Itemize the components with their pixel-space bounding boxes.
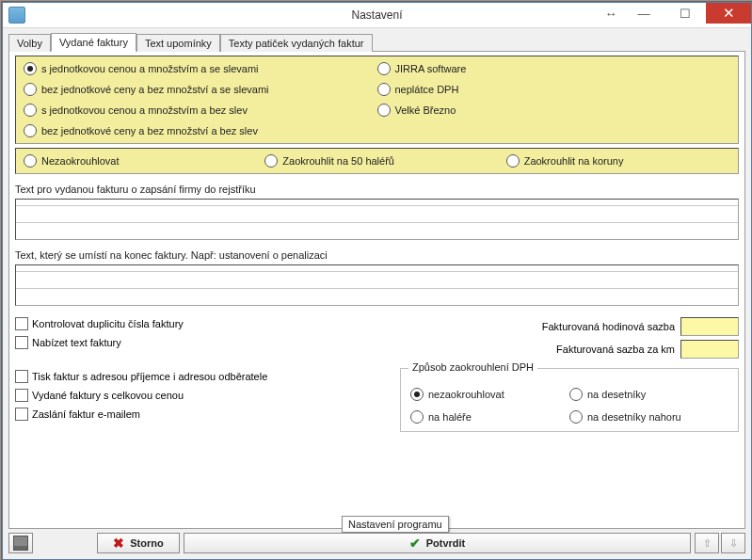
app-icon <box>8 7 25 24</box>
label-text1: Text pro vydanou fakturu o zapsání firmy… <box>15 184 739 195</box>
radio-format-c[interactable]: s jednotkovou cenou a množstvím a bez sl… <box>24 104 377 117</box>
checkbox-label: Zaslání faktur e-mailem <box>32 408 140 420</box>
radio-label: nezaokrouhlovat <box>428 389 504 400</box>
checkbox-column: Kontrolovat duplicitu čísla faktury Nabí… <box>15 317 373 432</box>
chk-dup[interactable]: Kontrolovat duplicitu čísla faktury <box>15 317 373 330</box>
window-buttons: ↔ — ☐ ✕ <box>599 3 751 24</box>
checkbox-label: Nabízet text faktury <box>32 337 121 348</box>
label-text2: Text, který se umístí na konec faktury. … <box>15 249 739 261</box>
tab-text-upominky[interactable]: Text upomínky <box>136 34 220 52</box>
radio-format-f[interactable]: neplátce DPH <box>377 83 731 96</box>
text2-input[interactable] <box>15 264 739 306</box>
checkbox-icon <box>15 336 28 349</box>
bottom-bar: ✖Storno ✔Potvrdit ⇧ ⇩ <box>8 533 745 553</box>
titlebar: Nastavení ↔ — ☐ ✕ <box>3 3 751 28</box>
radio-label: Nezaokrouhlovat <box>41 155 120 167</box>
rate-hour-row: Fakturovaná hodinová sazba <box>542 317 739 336</box>
checkbox-icon <box>15 408 28 421</box>
tab-vydane-faktury[interactable]: Vydané faktury <box>51 33 136 52</box>
radio-label: Velké Březno <box>395 104 456 116</box>
minimize-button[interactable]: — <box>623 3 664 24</box>
chk-email[interactable]: Zaslání faktur e-mailem <box>15 408 373 421</box>
radio-label: na haléře <box>428 411 472 423</box>
tab-page-vydane-faktury: s jednotkovou cenou a množstvím a se sle… <box>8 52 745 529</box>
tab-row: Volby Vydané faktury Text upomínky Texty… <box>8 30 745 52</box>
confirm-button[interactable]: ✔Potvrdit <box>184 533 691 553</box>
checkbox-icon <box>15 317 28 330</box>
settings-window: Nastavení ↔ — ☐ ✕ Volby Vydané faktury T… <box>2 2 752 560</box>
radio-label: s jednotkovou cenou a množstvím a se sle… <box>41 63 259 74</box>
radio-label: neplátce DPH <box>395 84 459 95</box>
dph-legend: Způsob zaokrouhlení DPH <box>408 361 537 373</box>
radio-format-g[interactable]: Velké Březno <box>377 104 731 117</box>
confirm-label: Potvrdit <box>426 537 466 549</box>
radio-label: Zaokrouhlit na 50 haléřů <box>282 155 394 167</box>
maximize-button[interactable]: ☐ <box>664 3 706 24</box>
radio-label: s jednotkovou cenou a množstvím a bez sl… <box>41 104 248 116</box>
checkbox-icon <box>15 389 28 402</box>
dph-groupbox: Způsob zaokrouhlení DPH nezaokrouhlovat … <box>400 368 739 432</box>
restore-size-icon[interactable]: ↔ <box>599 3 623 24</box>
checkbox-icon <box>15 370 28 383</box>
radio-round-none[interactable]: Nezaokrouhlovat <box>24 154 248 168</box>
radio-label: bez jednotkové ceny a bez množství a bez… <box>41 125 258 136</box>
radio-dph-c[interactable]: na haléře <box>410 410 569 424</box>
rounding-panel: Nezaokrouhlovat Zaokrouhlit na 50 haléřů… <box>15 148 739 174</box>
radio-label: Zaokrouhlit na koruny <box>524 155 624 167</box>
cancel-label: Storno <box>130 537 163 549</box>
close-button[interactable]: ✕ <box>706 3 751 24</box>
checkbox-label: Tisk faktur s adresou příjemce i adresou… <box>32 371 267 382</box>
arrow-down-icon: ⇩ <box>729 537 738 550</box>
radio-format-a[interactable]: s jednotkovou cenou a množstvím a se sle… <box>24 62 377 75</box>
cancel-button[interactable]: ✖Storno <box>97 533 180 553</box>
radio-dph-d[interactable]: na desetníky nahoru <box>569 410 728 424</box>
rate-km-row: Fakturovaná sazba za km <box>556 340 739 359</box>
text1-input[interactable] <box>15 199 739 240</box>
move-down-button[interactable]: ⇩ <box>721 533 745 553</box>
calculator-icon <box>13 536 28 551</box>
radio-round-kc[interactable]: Zaokrouhlit na koruny <box>506 154 730 168</box>
radio-label: na desetníky nahoru <box>587 411 681 423</box>
options-row: Kontrolovat duplicitu čísla faktury Nabí… <box>15 317 739 432</box>
radio-label: JIRRA software <box>395 63 467 74</box>
radio-round-50h[interactable]: Zaokrouhlit na 50 haléřů <box>264 154 488 168</box>
chk-print[interactable]: Tisk faktur s adresou příjemce i adresou… <box>15 370 373 383</box>
arrow-up-icon: ⇧ <box>703 537 712 550</box>
rate-hour-input[interactable] <box>680 317 739 336</box>
calculator-button[interactable] <box>8 533 33 553</box>
chk-offer[interactable]: Nabízet text faktury <box>15 336 373 349</box>
radio-label: na desetníky <box>587 389 646 400</box>
client-area: Volby Vydané faktury Text upomínky Texty… <box>8 28 745 529</box>
rate-km-label: Fakturovaná sazba za km <box>556 344 675 355</box>
radio-format-e[interactable]: JIRRA software <box>377 62 731 75</box>
radio-dph-a[interactable]: nezaokrouhlovat <box>410 388 569 401</box>
tab-volby[interactable]: Volby <box>8 34 51 52</box>
x-icon: ✖ <box>113 536 124 551</box>
checkbox-label: Vydané faktury s celkovou cenou <box>32 390 184 401</box>
checkbox-label: Kontrolovat duplicitu čísla faktury <box>32 318 184 329</box>
rates-and-dph: Fakturovaná hodinová sazba Fakturovaná s… <box>382 317 739 432</box>
chk-total[interactable]: Vydané faktury s celkovou cenou <box>15 389 373 402</box>
rate-km-input[interactable] <box>680 340 739 359</box>
move-up-button[interactable]: ⇧ <box>695 533 719 553</box>
radio-format-d[interactable]: bez jednotkové ceny a bez množství a bez… <box>24 124 377 137</box>
tooltip: Nastavení programu <box>342 516 449 533</box>
rate-hour-label: Fakturovaná hodinová sazba <box>542 321 675 332</box>
format-panel: s jednotkovou cenou a množstvím a se sle… <box>15 56 739 144</box>
tab-texty-paticek[interactable]: Texty patiček vydaných faktur <box>220 34 373 52</box>
radio-label: bez jednotkové ceny a bez množství a se … <box>41 84 269 95</box>
check-icon: ✔ <box>409 536 421 551</box>
radio-dph-b[interactable]: na desetníky <box>569 388 728 401</box>
radio-format-b[interactable]: bez jednotkové ceny a bez množství a se … <box>24 83 377 96</box>
